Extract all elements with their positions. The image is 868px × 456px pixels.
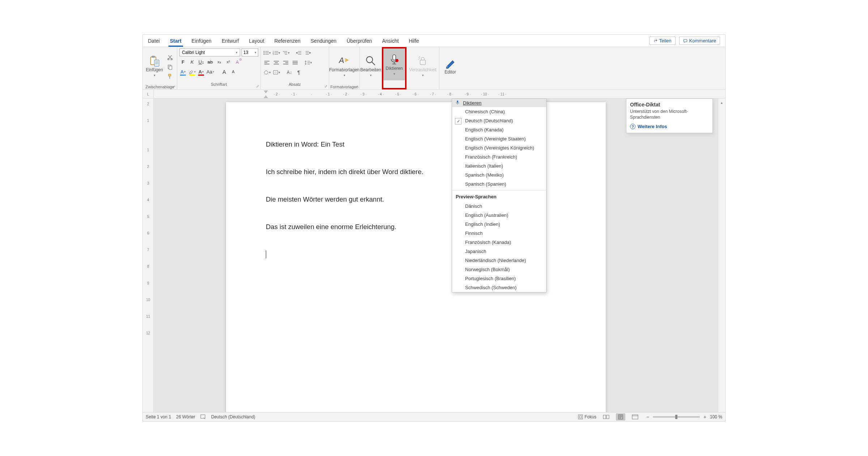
tab-referenzen[interactable]: Referenzen bbox=[269, 35, 305, 47]
change-case-button[interactable]: Aa▾ bbox=[207, 68, 214, 75]
vertical-scrollbar[interactable]: ▴ bbox=[718, 98, 725, 412]
document-canvas[interactable]: Diktieren in Word: Ein Test Ich schreibe… bbox=[154, 98, 718, 412]
view-print-button[interactable] bbox=[616, 413, 625, 421]
page[interactable]: Diktieren in Word: Ein Test Ich schreibe… bbox=[226, 102, 606, 412]
lang-option[interactable]: Englisch (Vereinigtes Königreich) bbox=[452, 143, 546, 152]
zoom-out-button[interactable]: − bbox=[645, 414, 651, 420]
svg-text:A: A bbox=[338, 56, 344, 65]
strike-button[interactable]: ab bbox=[207, 58, 214, 66]
svg-rect-26 bbox=[420, 60, 426, 65]
lang-option[interactable]: Deutsch (Deutschland) bbox=[452, 116, 546, 125]
highlight-button[interactable]: ▾ bbox=[188, 68, 196, 75]
align-right-button[interactable] bbox=[282, 59, 290, 66]
lang-option[interactable]: Englisch (Vereinigte Staaten) bbox=[452, 134, 546, 143]
status-page[interactable]: Seite 1 von 1 bbox=[146, 414, 171, 419]
dictate-menu-header[interactable]: Diktieren bbox=[452, 99, 546, 107]
font-size-combo[interactable]: 13▾ bbox=[242, 48, 258, 56]
lang-option[interactable]: Japanisch bbox=[452, 247, 546, 256]
font-name-combo[interactable]: Calibri Light▾ bbox=[179, 48, 240, 56]
proofing-icon[interactable] bbox=[200, 414, 206, 420]
tab-start[interactable]: Start bbox=[165, 35, 187, 47]
outdent-button[interactable] bbox=[295, 49, 303, 56]
line-spacing-button[interactable]: ▾ bbox=[304, 59, 312, 66]
lang-option[interactable]: Finnisch bbox=[452, 229, 546, 238]
lang-option[interactable]: Italienisch (Italien) bbox=[452, 161, 546, 170]
focus-mode[interactable]: Fokus bbox=[578, 414, 596, 419]
copy-icon[interactable] bbox=[166, 63, 174, 71]
lang-option[interactable]: Französisch (Frankreich) bbox=[452, 152, 546, 161]
italic-button[interactable]: K bbox=[188, 58, 196, 66]
lang-option[interactable]: Französisch (Kanada) bbox=[452, 238, 546, 247]
svg-rect-2 bbox=[154, 60, 159, 66]
comments-button[interactable]: Kommentare bbox=[679, 37, 720, 45]
lang-option[interactable]: Englisch (Australien) bbox=[452, 211, 546, 220]
tab-sendungen[interactable]: Sendungen bbox=[306, 35, 342, 47]
lang-option[interactable]: Spanisch (Spanien) bbox=[452, 180, 546, 189]
lang-option[interactable]: Englisch (Kanada) bbox=[452, 125, 546, 134]
zoom-slider[interactable] bbox=[653, 416, 700, 418]
lang-option[interactable]: Dänisch bbox=[452, 202, 546, 211]
clear-format-button[interactable]: A⊘ bbox=[234, 58, 241, 66]
editor-button[interactable]: Editor bbox=[441, 48, 460, 83]
tab-entwurf[interactable]: Entwurf bbox=[217, 35, 244, 47]
shrink-font-button[interactable]: A bbox=[230, 68, 237, 75]
sort-button[interactable]: A↓ bbox=[285, 69, 293, 76]
tab-datei[interactable]: Datei bbox=[143, 35, 165, 47]
tab-ansicht[interactable]: Ansicht bbox=[377, 35, 404, 47]
shading-button[interactable]: ▾ bbox=[263, 69, 271, 76]
more-info-link[interactable]: ?Weitere Infos bbox=[630, 124, 709, 129]
align-center-button[interactable] bbox=[272, 59, 280, 66]
tab-hilfe[interactable]: Hilfe bbox=[404, 35, 424, 47]
multilevel-list-button[interactable]: ▾ bbox=[282, 49, 290, 56]
tab-einfügen[interactable]: Einfügen bbox=[187, 35, 217, 47]
paste-button[interactable]: Einfügen ▾ bbox=[144, 48, 165, 83]
lang-option[interactable]: Spanisch (Mexiko) bbox=[452, 170, 546, 180]
grow-font-button[interactable]: A bbox=[221, 68, 228, 75]
horizontal-ruler[interactable]: · 2 ·· 1 ··· 1 ·· 2 ·· 3 ·· 4 ·· 5 ·· 6 … bbox=[154, 90, 725, 98]
bullet-list-button[interactable]: ▾ bbox=[263, 49, 271, 56]
view-read-button[interactable] bbox=[601, 413, 611, 421]
lang-option[interactable]: Niederländisch (Niederlande) bbox=[452, 256, 546, 265]
group-clipboard: Einfügen ▾ Zwischenablage⤢ bbox=[143, 47, 177, 89]
svg-rect-1 bbox=[152, 56, 155, 58]
dictate-button[interactable]: Diktieren ▾ bbox=[383, 48, 405, 80]
lang-option[interactable]: Norwegisch (Bokmål) bbox=[452, 265, 546, 274]
bold-button[interactable]: F bbox=[179, 58, 187, 66]
svg-rect-29 bbox=[201, 415, 205, 418]
share-button[interactable]: Teilen bbox=[649, 37, 676, 45]
number-list-button[interactable]: 123▾ bbox=[272, 49, 280, 56]
lang-option[interactable]: Chinesisch (China) bbox=[452, 107, 546, 116]
status-words[interactable]: 26 Wörter bbox=[176, 414, 195, 419]
font-color-button[interactable]: A▾ bbox=[197, 68, 205, 75]
view-web-button[interactable] bbox=[630, 413, 640, 421]
tab-layout[interactable]: Layout bbox=[244, 35, 269, 47]
styles-button[interactable]: A Formatvorlagen ▾ bbox=[332, 48, 356, 83]
indent-button[interactable] bbox=[304, 49, 312, 56]
lang-option[interactable]: Englisch (Indien) bbox=[452, 220, 546, 229]
vertical-ruler[interactable]: 21123456789101112 bbox=[143, 98, 154, 412]
cut-icon[interactable] bbox=[166, 54, 174, 61]
superscript-button[interactable]: x² bbox=[225, 58, 232, 66]
lang-option[interactable]: Portugiesisch (Brasilien) bbox=[452, 274, 546, 283]
tab-überprüfen[interactable]: Überprüfen bbox=[341, 35, 377, 47]
underline-button[interactable]: U▾ bbox=[197, 58, 205, 66]
subscript-button[interactable]: x₂ bbox=[216, 58, 223, 66]
scroll-up-icon[interactable]: ▴ bbox=[719, 100, 724, 105]
zoom-value[interactable]: 100 % bbox=[710, 414, 722, 419]
svg-rect-35 bbox=[632, 415, 638, 419]
borders-button[interactable]: ▾ bbox=[272, 69, 280, 76]
svg-rect-32 bbox=[603, 415, 606, 419]
align-left-button[interactable] bbox=[263, 59, 271, 66]
justify-button[interactable] bbox=[291, 59, 299, 66]
search-button[interactable]: Bearbeiten ▾ bbox=[360, 48, 381, 83]
status-language[interactable]: Deutsch (Deutschland) bbox=[211, 414, 255, 419]
zoom-in-button[interactable]: + bbox=[702, 414, 708, 420]
group-editor: Editor bbox=[439, 47, 461, 89]
text-effects-button[interactable]: A▾ bbox=[179, 68, 187, 75]
svg-rect-22 bbox=[393, 55, 396, 60]
dictate-info-popout: Office-Diktat Unterstützt von den Micros… bbox=[626, 98, 713, 133]
show-marks-button[interactable]: ¶ bbox=[295, 69, 303, 76]
svg-point-25 bbox=[395, 59, 399, 62]
format-painter-icon[interactable] bbox=[166, 73, 174, 80]
lang-option[interactable]: Schwedisch (Schweden) bbox=[452, 283, 546, 292]
